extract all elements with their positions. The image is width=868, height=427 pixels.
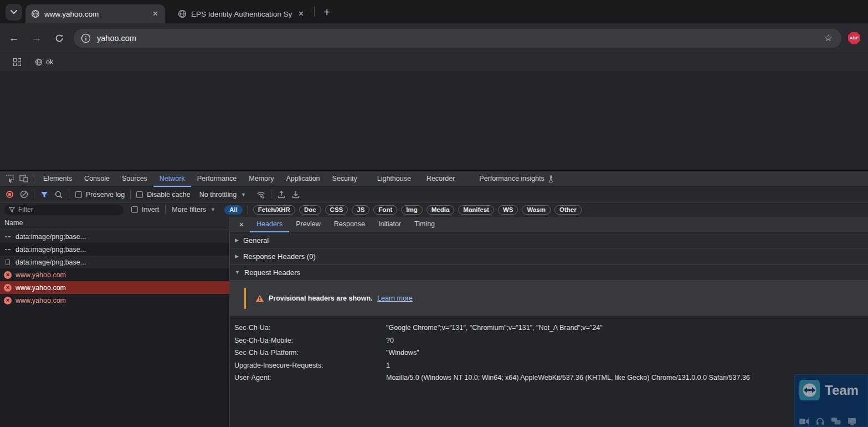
network-conditions-button[interactable]: [254, 189, 268, 201]
tab-performance[interactable]: Performance: [191, 171, 243, 187]
throttling-value: No throttling: [199, 191, 237, 199]
site-info-icon[interactable]: [80, 33, 91, 44]
pending-resource-icon: [4, 233, 12, 241]
new-tab-button[interactable]: +: [319, 6, 335, 19]
tab-sources[interactable]: Sources: [116, 171, 153, 187]
request-name: www.yahoo.com: [16, 297, 66, 304]
chevron-down-icon: [11, 10, 17, 14]
filter-input[interactable]: [18, 206, 119, 214]
apps-grid-icon[interactable]: [13, 58, 21, 66]
request-headers-list: Sec-Ch-Ua: "Google Chrome";v="131", "Chr…: [230, 316, 868, 384]
filter-chip-all[interactable]: All: [224, 205, 243, 215]
filter-chip-media[interactable]: Media: [427, 205, 455, 215]
screen-share-icon[interactable]: [848, 418, 856, 425]
filter-chip-css[interactable]: CSS: [325, 205, 348, 215]
funnel-icon: [40, 191, 48, 198]
tab-recorder[interactable]: Recorder: [420, 171, 461, 187]
inspect-element-icon[interactable]: [2, 172, 17, 185]
header-value: Mozilla/5.0 (Windows NT 10.0; Win64; x64…: [386, 374, 750, 382]
reload-button[interactable]: [50, 29, 68, 47]
tab-search-button[interactable]: [6, 4, 22, 21]
network-filter-bar: Invert More filters ▼ All Fetch/XHR Doc …: [0, 202, 868, 217]
tab-performance-insights[interactable]: Performance insights: [473, 171, 559, 187]
filter-chip-js[interactable]: JS: [352, 205, 369, 215]
preserve-log-option[interactable]: Preserve log: [75, 191, 125, 199]
filter-chip-manifest[interactable]: Manifest: [458, 205, 494, 215]
filter-chip-doc[interactable]: Doc: [299, 205, 321, 215]
request-row[interactable]: × www.yahoo.com: [0, 268, 229, 281]
filter-toggle-button[interactable]: [37, 189, 52, 201]
browser-window: www.yahoo.com × EPS Identity Authenticat…: [0, 0, 868, 427]
name-column-header[interactable]: Name: [0, 217, 229, 230]
tab-lighthouse[interactable]: Lighthouse: [371, 171, 417, 187]
header-name: Sec-Ch-Ua:: [230, 324, 386, 332]
details-tab-headers[interactable]: Headers: [250, 217, 289, 232]
filter-chip-font[interactable]: Font: [373, 205, 397, 215]
bookmark-star-icon[interactable]: ☆: [822, 32, 835, 44]
tab-network[interactable]: Network: [153, 171, 191, 187]
close-details-icon[interactable]: ×: [233, 220, 250, 229]
disable-cache-checkbox[interactable]: [136, 191, 143, 198]
back-button[interactable]: ←: [5, 29, 23, 47]
adblock-extension-icon[interactable]: ABP: [848, 32, 860, 44]
network-action-bar: Preserve log Disable cache No throttling…: [0, 187, 868, 202]
url-text[interactable]: yahoo.com: [97, 34, 822, 43]
request-row[interactable]: data:image/png;base...: [0, 230, 229, 243]
tab-eps[interactable]: EPS Identity Authentication Syst ×: [172, 4, 311, 23]
request-row[interactable]: × www.yahoo.com: [0, 294, 229, 307]
bookmark-ok[interactable]: ok: [35, 58, 53, 66]
invert-option[interactable]: Invert: [131, 206, 159, 214]
tab-close-icon[interactable]: ×: [151, 9, 160, 19]
tab-security[interactable]: Security: [326, 171, 363, 187]
details-tab-preview[interactable]: Preview: [289, 217, 327, 232]
filter-chip-img[interactable]: Img: [401, 205, 422, 215]
filter-chip-wasm[interactable]: Wasm: [522, 205, 550, 215]
tab-close-icon[interactable]: ×: [297, 9, 305, 19]
request-row[interactable]: data:image/png;base...: [0, 243, 229, 256]
headset-icon[interactable]: [816, 418, 824, 425]
request-row-selected[interactable]: × www.yahoo.com: [0, 281, 229, 294]
request-row[interactable]: data:image/png;base...: [0, 256, 229, 268]
header-value: ?0: [386, 337, 394, 344]
tab-memory[interactable]: Memory: [243, 171, 280, 187]
import-har-button[interactable]: [274, 189, 289, 201]
tab-label: Performance insights: [479, 171, 544, 186]
throttling-dropdown[interactable]: No throttling ▼: [199, 191, 246, 199]
filter-chip-ws[interactable]: WS: [498, 205, 518, 215]
tab-yahoo[interactable]: www.yahoo.com ×: [25, 4, 165, 23]
disable-cache-option[interactable]: Disable cache: [136, 191, 191, 199]
record-network-log-button[interactable]: [2, 189, 17, 201]
teamviewer-title: Team: [825, 383, 859, 398]
details-tab-initiator[interactable]: Initiator: [372, 217, 408, 232]
camera-icon[interactable]: [799, 418, 809, 425]
address-bar[interactable]: yahoo.com ☆: [74, 29, 841, 48]
learn-more-link[interactable]: Learn more: [377, 294, 413, 302]
tab-elements[interactable]: Elements: [37, 171, 78, 187]
section-general[interactable]: ▶ General: [230, 232, 868, 248]
section-response-headers[interactable]: ▶ Response Headers (0): [230, 248, 868, 265]
chat-icon[interactable]: [831, 418, 841, 425]
section-request-headers[interactable]: ▼ Request Headers: [230, 265, 868, 281]
forward-button[interactable]: →: [28, 29, 45, 47]
reload-icon: [55, 34, 64, 43]
request-name: www.yahoo.com: [16, 284, 66, 292]
details-tab-response[interactable]: Response: [327, 217, 372, 232]
preserve-log-checkbox[interactable]: [75, 191, 82, 198]
page-content: [0, 71, 868, 170]
search-network-button[interactable]: [52, 189, 66, 201]
more-filters-dropdown[interactable]: More filters ▼: [172, 206, 215, 214]
clear-icon: [20, 190, 28, 199]
details-tab-timing[interactable]: Timing: [408, 217, 441, 232]
device-toolbar-icon[interactable]: [17, 172, 31, 185]
toolbar-separator: [34, 174, 34, 183]
filter-chip-fetch-xhr[interactable]: Fetch/XHR: [253, 205, 295, 215]
invert-checkbox[interactable]: [131, 206, 138, 213]
tab-application[interactable]: Application: [280, 171, 326, 187]
export-har-button[interactable]: [289, 189, 303, 201]
clear-network-log-button[interactable]: [17, 189, 31, 201]
provisional-headers-warning: Provisional headers are shown. Learn mor…: [230, 281, 868, 316]
filter-chip-other[interactable]: Other: [554, 205, 582, 215]
warning-message: Provisional headers are shown.: [269, 294, 373, 302]
tab-console[interactable]: Console: [78, 171, 116, 187]
teamviewer-window[interactable]: Team: [794, 374, 868, 427]
